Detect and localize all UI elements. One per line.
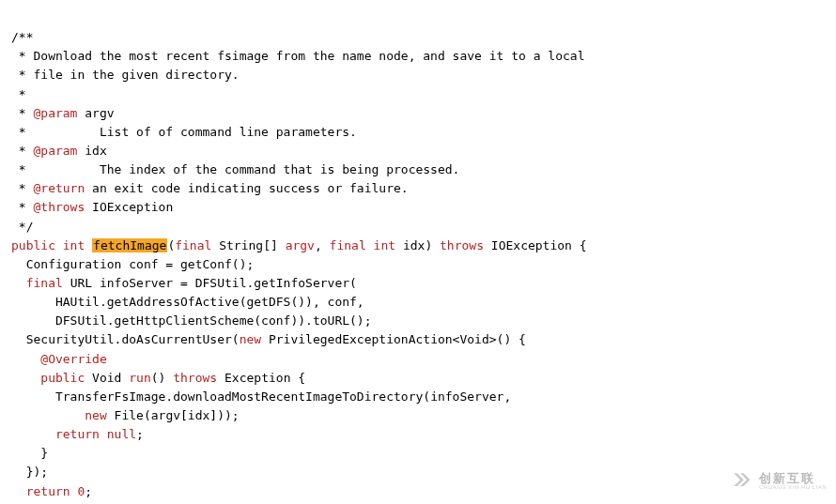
- watermark: 创新互联 CHUANG XIN HU LIAN: [729, 468, 827, 493]
- code-line: Configuration conf = getConf();: [11, 257, 254, 271]
- code-line: * The index of the command that is being…: [11, 162, 459, 176]
- highlight-method-name: fetchImage: [92, 238, 167, 252]
- code-line: public Void run() throws Exception {: [11, 371, 305, 385]
- code-line: }: [11, 446, 48, 460]
- watermark-text-zh: 创新互联: [759, 472, 827, 484]
- code-line: });: [11, 465, 48, 479]
- code-line: public int fetchImage(final String[] arg…: [11, 238, 587, 252]
- code-line: * @return an exit code indicating succes…: [11, 181, 409, 195]
- code-line: * @throws IOException: [11, 200, 173, 214]
- code-line: */: [11, 220, 33, 234]
- code-line: final URL infoServer = DFSUtil.getInfoSe…: [11, 276, 357, 290]
- watermark-text-en: CHUANG XIN HU LIAN: [759, 484, 827, 490]
- code-line: @Override: [11, 352, 107, 366]
- code-line: DFSUtil.getHttpClientScheme(conf)).toURL…: [11, 313, 372, 328]
- code-line: * @param argv: [11, 106, 115, 120]
- code-line: SecurityUtil.doAsCurrentUser(new Privile…: [11, 332, 526, 346]
- code-line: HAUtil.getAddressOfActive(getDFS()), con…: [11, 295, 364, 309]
- code-line: * Download the most recent fsimage from …: [11, 49, 584, 63]
- code-line: *: [11, 87, 26, 101]
- watermark-logo-icon: [729, 468, 753, 493]
- code-line: /**: [11, 30, 33, 44]
- code-line: TransferFsImage.downloadMostRecentImageT…: [11, 389, 511, 404]
- code-line: new File(argv[idx]));: [11, 408, 240, 422]
- code-line: * List of of command line parameters.: [11, 125, 357, 139]
- code-line: * @param idx: [11, 144, 107, 158]
- code-line: return 0;: [11, 484, 92, 498]
- code-line: return null;: [11, 427, 144, 441]
- code-line: * file in the given directory.: [11, 68, 240, 82]
